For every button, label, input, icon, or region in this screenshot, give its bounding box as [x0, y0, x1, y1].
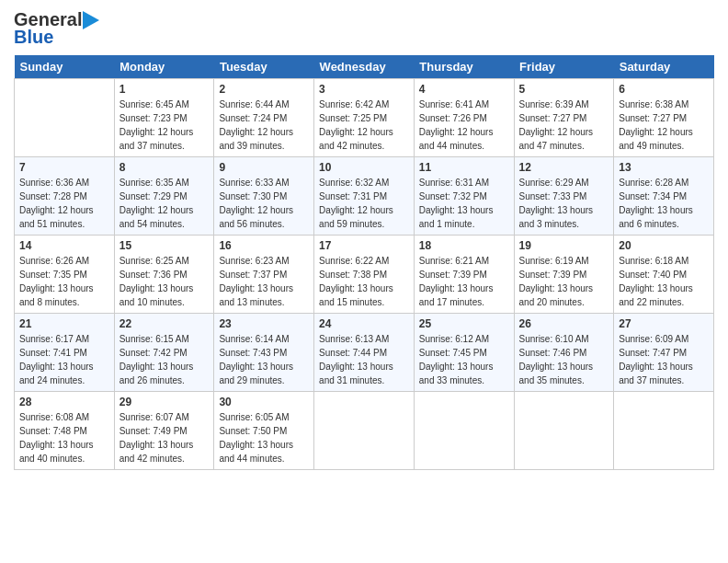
calendar-cell: 23Sunrise: 6:14 AM Sunset: 7:43 PM Dayli… — [214, 314, 314, 392]
calendar-cell: 4Sunrise: 6:41 AM Sunset: 7:26 PM Daylig… — [414, 79, 514, 157]
day-number: 18 — [419, 239, 509, 252]
day-info: Sunrise: 6:39 AM Sunset: 7:27 PM Dayligh… — [519, 98, 609, 153]
day-number: 27 — [619, 317, 709, 330]
day-number: 22 — [119, 317, 210, 330]
calendar-cell: 3Sunrise: 6:42 AM Sunset: 7:25 PM Daylig… — [314, 79, 415, 157]
day-info: Sunrise: 6:23 AM Sunset: 7:37 PM Dayligh… — [219, 254, 309, 309]
calendar-cell: 25Sunrise: 6:12 AM Sunset: 7:45 PM Dayli… — [414, 314, 514, 392]
calendar-week-3: 21Sunrise: 6:17 AM Sunset: 7:41 PM Dayli… — [15, 314, 714, 392]
header-saturday: Saturday — [614, 55, 714, 79]
day-info: Sunrise: 6:10 AM Sunset: 7:46 PM Dayligh… — [519, 332, 609, 387]
header-tuesday: Tuesday — [214, 55, 314, 79]
day-number: 21 — [19, 317, 109, 330]
day-info: Sunrise: 6:29 AM Sunset: 7:33 PM Dayligh… — [519, 176, 609, 231]
day-number: 30 — [219, 396, 309, 408]
calendar-cell: 10Sunrise: 6:32 AM Sunset: 7:31 PM Dayli… — [314, 157, 415, 236]
day-number: 5 — [519, 83, 609, 96]
calendar-cell: 1Sunrise: 6:45 AM Sunset: 7:23 PM Daylig… — [114, 79, 214, 157]
day-number: 23 — [219, 317, 309, 330]
day-info: Sunrise: 6:33 AM Sunset: 7:30 PM Dayligh… — [219, 176, 309, 231]
day-info: Sunrise: 6:35 AM Sunset: 7:29 PM Dayligh… — [119, 176, 210, 231]
calendar-cell: 22Sunrise: 6:15 AM Sunset: 7:42 PM Dayli… — [114, 314, 214, 392]
day-number: 12 — [519, 161, 609, 174]
day-number: 8 — [119, 161, 210, 174]
calendar-cell — [514, 392, 614, 470]
day-number: 2 — [219, 83, 309, 96]
calendar-cell: 2Sunrise: 6:44 AM Sunset: 7:24 PM Daylig… — [214, 79, 314, 157]
day-number: 19 — [519, 239, 609, 252]
day-number: 4 — [419, 83, 509, 96]
day-number: 26 — [519, 317, 609, 330]
header-friday: Friday — [514, 55, 614, 79]
day-number: 28 — [19, 396, 109, 408]
calendar-cell — [314, 392, 415, 470]
day-info: Sunrise: 6:28 AM Sunset: 7:34 PM Dayligh… — [619, 176, 709, 231]
day-number: 16 — [219, 239, 309, 252]
day-info: Sunrise: 6:25 AM Sunset: 7:36 PM Dayligh… — [119, 254, 210, 309]
day-number: 15 — [119, 239, 210, 252]
calendar-cell: 30Sunrise: 6:05 AM Sunset: 7:50 PM Dayli… — [214, 392, 314, 470]
day-info: Sunrise: 6:42 AM Sunset: 7:25 PM Dayligh… — [319, 98, 409, 153]
calendar-cell: 27Sunrise: 6:09 AM Sunset: 7:47 PM Dayli… — [614, 314, 714, 392]
calendar-week-4: 28Sunrise: 6:08 AM Sunset: 7:48 PM Dayli… — [15, 392, 714, 470]
calendar-cell: 21Sunrise: 6:17 AM Sunset: 7:41 PM Dayli… — [15, 314, 115, 392]
calendar-cell: 29Sunrise: 6:07 AM Sunset: 7:49 PM Dayli… — [114, 392, 214, 470]
day-number: 17 — [319, 239, 409, 252]
day-info: Sunrise: 6:05 AM Sunset: 7:50 PM Dayligh… — [219, 410, 309, 465]
day-info: Sunrise: 6:21 AM Sunset: 7:39 PM Dayligh… — [419, 254, 509, 309]
calendar-cell: 14Sunrise: 6:26 AM Sunset: 7:35 PM Dayli… — [15, 236, 115, 314]
calendar-week-1: 7Sunrise: 6:36 AM Sunset: 7:28 PM Daylig… — [15, 157, 714, 236]
calendar-cell: 16Sunrise: 6:23 AM Sunset: 7:37 PM Dayli… — [214, 236, 314, 314]
day-info: Sunrise: 6:44 AM Sunset: 7:24 PM Dayligh… — [219, 98, 309, 153]
day-info: Sunrise: 6:08 AM Sunset: 7:48 PM Dayligh… — [19, 410, 109, 465]
logo-arrow-icon — [83, 11, 99, 29]
day-info: Sunrise: 6:38 AM Sunset: 7:27 PM Dayligh… — [619, 98, 709, 153]
calendar-cell: 12Sunrise: 6:29 AM Sunset: 7:33 PM Dayli… — [514, 157, 614, 236]
day-info: Sunrise: 6:09 AM Sunset: 7:47 PM Dayligh… — [619, 332, 709, 387]
day-info: Sunrise: 6:26 AM Sunset: 7:35 PM Dayligh… — [19, 254, 109, 309]
day-number: 3 — [319, 83, 409, 96]
day-number: 10 — [319, 161, 409, 174]
calendar-cell: 13Sunrise: 6:28 AM Sunset: 7:34 PM Dayli… — [614, 157, 714, 236]
day-info: Sunrise: 6:19 AM Sunset: 7:39 PM Dayligh… — [519, 254, 609, 309]
calendar-cell: 26Sunrise: 6:10 AM Sunset: 7:46 PM Dayli… — [514, 314, 614, 392]
day-info: Sunrise: 6:07 AM Sunset: 7:49 PM Dayligh… — [119, 410, 210, 465]
day-number: 11 — [419, 161, 509, 174]
day-number: 29 — [119, 396, 210, 408]
header-monday: Monday — [114, 55, 214, 79]
calendar-cell: 8Sunrise: 6:35 AM Sunset: 7:29 PM Daylig… — [114, 157, 214, 236]
day-number: 20 — [619, 239, 709, 252]
day-info: Sunrise: 6:31 AM Sunset: 7:32 PM Dayligh… — [419, 176, 509, 231]
calendar-table: SundayMondayTuesdayWednesdayThursdayFrid… — [14, 55, 714, 470]
day-info: Sunrise: 6:13 AM Sunset: 7:44 PM Dayligh… — [319, 332, 409, 387]
day-info: Sunrise: 6:32 AM Sunset: 7:31 PM Dayligh… — [319, 176, 409, 231]
day-number: 1 — [119, 83, 210, 96]
day-info: Sunrise: 6:14 AM Sunset: 7:43 PM Dayligh… — [219, 332, 309, 387]
calendar-cell — [614, 392, 714, 470]
day-info: Sunrise: 6:45 AM Sunset: 7:23 PM Dayligh… — [119, 98, 210, 153]
header-wednesday: Wednesday — [314, 55, 415, 79]
calendar-cell: 24Sunrise: 6:13 AM Sunset: 7:44 PM Dayli… — [314, 314, 415, 392]
calendar-header-row: SundayMondayTuesdayWednesdayThursdayFrid… — [15, 55, 714, 79]
calendar-week-0: 1Sunrise: 6:45 AM Sunset: 7:23 PM Daylig… — [15, 79, 714, 157]
day-number: 6 — [619, 83, 709, 96]
header-sunday: Sunday — [15, 55, 115, 79]
calendar-cell: 15Sunrise: 6:25 AM Sunset: 7:36 PM Dayli… — [114, 236, 214, 314]
svg-marker-0 — [83, 11, 99, 29]
calendar-cell: 17Sunrise: 6:22 AM Sunset: 7:38 PM Dayli… — [314, 236, 415, 314]
day-info: Sunrise: 6:41 AM Sunset: 7:26 PM Dayligh… — [419, 98, 509, 153]
day-number: 13 — [619, 161, 709, 174]
day-info: Sunrise: 6:36 AM Sunset: 7:28 PM Dayligh… — [19, 176, 109, 231]
day-number: 9 — [219, 161, 309, 174]
header-thursday: Thursday — [414, 55, 514, 79]
calendar-cell — [15, 79, 115, 157]
day-info: Sunrise: 6:22 AM Sunset: 7:38 PM Dayligh… — [319, 254, 409, 309]
day-number: 14 — [19, 239, 109, 252]
day-number: 25 — [419, 317, 509, 330]
page-header: General Blue — [14, 9, 714, 48]
calendar-cell — [414, 392, 514, 470]
calendar-cell: 7Sunrise: 6:36 AM Sunset: 7:28 PM Daylig… — [15, 157, 115, 236]
calendar-cell: 18Sunrise: 6:21 AM Sunset: 7:39 PM Dayli… — [414, 236, 514, 314]
calendar-cell: 6Sunrise: 6:38 AM Sunset: 7:27 PM Daylig… — [614, 79, 714, 157]
day-info: Sunrise: 6:15 AM Sunset: 7:42 PM Dayligh… — [119, 332, 210, 387]
